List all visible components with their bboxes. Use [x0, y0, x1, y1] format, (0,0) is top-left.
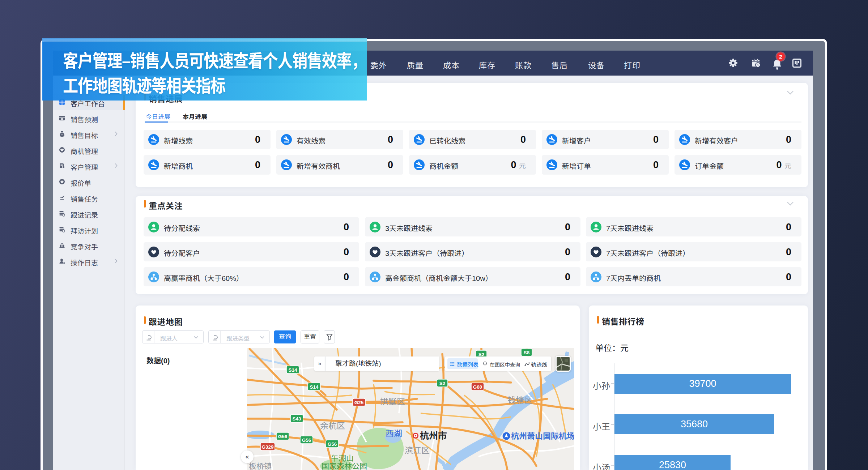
- svg-text:杭州萧山国际机场: 杭州萧山国际机场: [511, 432, 574, 441]
- svg-text:G56: G56: [278, 434, 288, 439]
- svg-text:G60: G60: [473, 384, 482, 390]
- svg-text:S14: S14: [288, 367, 297, 373]
- svg-text:G329: G329: [261, 444, 273, 450]
- svg-text:G56: G56: [328, 441, 337, 447]
- svg-text:西湖: 西湖: [386, 429, 402, 438]
- svg-text:滨江区: 滨江区: [405, 446, 430, 455]
- svg-text:国家森林公园: 国家森林公园: [322, 462, 367, 470]
- svg-text:午潮山: 午潮山: [331, 454, 354, 462]
- svg-text:G25: G25: [354, 400, 364, 405]
- svg-text:S8: S8: [524, 350, 530, 355]
- svg-text:S14: S14: [310, 384, 319, 390]
- svg-text:钱塘区: 钱塘区: [507, 396, 532, 405]
- svg-text:余杭区: 余杭区: [320, 421, 345, 431]
- svg-text:S43: S43: [292, 416, 301, 422]
- svg-text:杭州市: 杭州市: [420, 431, 447, 441]
- svg-text:板桥镇: 板桥镇: [249, 462, 272, 470]
- svg-text:拱墅区: 拱墅区: [380, 397, 405, 406]
- svg-text:G56: G56: [302, 437, 311, 443]
- svg-text:S2: S2: [439, 381, 446, 386]
